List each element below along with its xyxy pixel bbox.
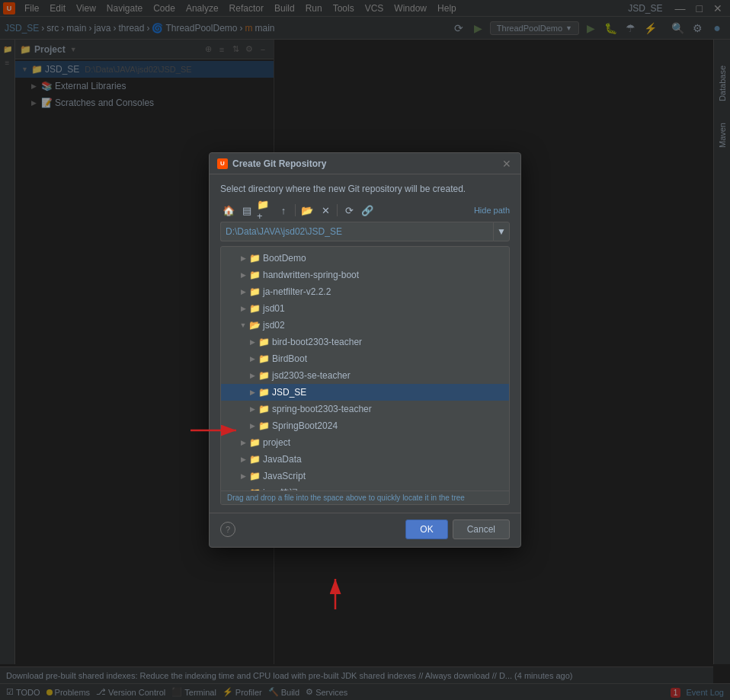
chevron-right-icon: ▶	[239, 254, 247, 262]
folder-icon: 📁	[258, 353, 270, 364]
toolbar-link-button[interactable]: 🔗	[359, 202, 376, 219]
ft-item-jsd01[interactable]: ▶ 📁 jsd01	[221, 300, 509, 317]
ft-item-bird-boot[interactable]: ▶ 📁 bird-boot2303-teacher	[221, 334, 509, 350]
path-input-row: ▼	[220, 222, 510, 241]
toolbar-folderup-button[interactable]: ↑	[275, 202, 292, 219]
ft-item-label: JSD_SE	[272, 387, 306, 398]
drag-hint: Drag and drop a file into the space abov…	[221, 491, 509, 504]
chevron-right-icon: ▶	[248, 388, 256, 396]
dialog-subtitle: Select directory where the new Git repos…	[220, 184, 510, 194]
folder-icon: 📁	[258, 404, 270, 414]
ft-item-label: jsd01	[263, 303, 285, 314]
ft-item-handwritten[interactable]: ▶ 📁 handwritten-spring-boot	[221, 267, 509, 283]
chevron-right-icon: ▶	[239, 455, 247, 463]
folder-icon: 📁	[258, 370, 270, 381]
chevron-right-icon: ▶	[248, 355, 256, 363]
ft-item-birdboot[interactable]: ▶ 📁 BirdBoot	[221, 350, 509, 367]
dialog-footer: ? OK Cancel	[210, 513, 520, 547]
ft-item-project[interactable]: ▶ 📁 project	[221, 434, 509, 451]
ft-item-jsd02[interactable]: ▼ 📂 jsd02	[221, 317, 509, 334]
toolbar-foldermove-button[interactable]: 📂	[299, 202, 315, 219]
dialog-title-bar: U Create Git Repository ✕	[210, 153, 520, 174]
folder-icon: 📁	[249, 253, 261, 264]
file-tree: ▶ 📁 BootDemo ▶ 📁 handwritten-spring-boot…	[220, 246, 510, 505]
ft-item-label: SpringBoot2024	[272, 420, 338, 431]
folder-icon: 📁	[249, 270, 261, 280]
folder-icon: 📁	[258, 387, 270, 398]
folder-icon: 📁	[258, 420, 270, 431]
dialog-close-button[interactable]: ✕	[501, 158, 513, 170]
chevron-right-icon: ▶	[239, 288, 247, 296]
toolbar-refresh-button[interactable]: ⟳	[341, 202, 357, 219]
chevron-right-icon: ▶	[239, 271, 247, 279]
toolbar-newfolder-button[interactable]: 📁+	[257, 202, 274, 219]
folder-icon: 📁	[258, 337, 270, 347]
ft-item-label: JavaData	[263, 454, 302, 465]
folder-icon: 📁	[249, 286, 261, 297]
cancel-button[interactable]: Cancel	[453, 519, 510, 539]
chevron-right-icon: ▶	[239, 305, 247, 312]
ft-item-label: BootDemo	[263, 253, 306, 264]
dialog-body: Select directory where the new Git repos…	[210, 174, 520, 513]
folder-open-icon: 📂	[249, 320, 261, 331]
chevron-right-icon: ▶	[239, 439, 247, 446]
dialog-logo-icon: U	[217, 158, 228, 169]
ft-item-jsd2303[interactable]: ▶ 📁 jsd2303-se-teacher	[221, 367, 509, 384]
ft-item-label: bird-boot2303-teacher	[272, 337, 362, 347]
toolbar-list-button[interactable]: ▤	[239, 202, 255, 219]
ft-item-javascript[interactable]: ▶ 📁 JavaScript	[221, 468, 509, 484]
ok-button[interactable]: OK	[405, 519, 447, 539]
chevron-down-icon: ▼	[239, 321, 247, 329]
chevron-right-icon: ▶	[239, 472, 247, 480]
chevron-right-icon: ▶	[248, 338, 256, 346]
ft-item-label: spring-boot2303-teacher	[272, 404, 372, 414]
chevron-right-icon: ▶	[248, 372, 256, 379]
chevron-right-icon: ▶	[248, 405, 256, 413]
create-git-repo-dialog: U Create Git Repository ✕ Select directo…	[209, 152, 521, 548]
ft-item-label: JavaScript	[263, 471, 306, 481]
folder-icon: 📁	[249, 454, 261, 465]
toolbar-separator1	[295, 204, 296, 216]
ft-item-label: project	[263, 437, 290, 448]
file-tree-inner: ▶ 📁 BootDemo ▶ 📁 handwritten-spring-boot…	[221, 247, 509, 504]
path-dropdown-button[interactable]: ▼	[493, 222, 510, 241]
dialog-title: Create Git Repository	[232, 158, 326, 169]
ft-item-javadata[interactable]: ▶ 📁 JavaData	[221, 451, 509, 468]
path-input[interactable]	[220, 222, 493, 241]
toolbar-home-button[interactable]: 🏠	[220, 202, 237, 219]
folder-icon: 📁	[249, 303, 261, 314]
ft-item-label: ja-netfilter-v2.2.2	[263, 286, 331, 297]
ft-item-janetfilter[interactable]: ▶ 📁 ja-netfilter-v2.2.2	[221, 283, 509, 300]
ft-item-bootdemo[interactable]: ▶ 📁 BootDemo	[221, 250, 509, 267]
folder-icon: 📁	[249, 437, 261, 448]
dialog-toolbar: 🏠 ▤ 📁+ ↑ 📂 ✕ ⟳ 🔗 Hide path	[220, 202, 510, 219]
toolbar-separator2	[337, 204, 338, 216]
ft-item-label: handwritten-spring-boot	[263, 270, 359, 280]
toolbar-delete-button[interactable]: ✕	[317, 202, 334, 219]
ft-item-label: jsd2303-se-teacher	[272, 370, 351, 381]
modal-overlay: U Create Git Repository ✕ Select directo…	[0, 0, 730, 700]
ft-item-label: jsd02	[263, 320, 285, 331]
ft-item-jsd-se[interactable]: ▶ 📁 JSD_SE	[221, 384, 509, 401]
annotation-arrow-2	[290, 571, 366, 617]
ft-item-spring-boot2303[interactable]: ▶ 📁 spring-boot2303-teacher	[221, 401, 509, 417]
ft-item-springboot2024[interactable]: ▶ 📁 SpringBoot2024	[221, 417, 509, 434]
ft-item-label: BirdBoot	[272, 353, 307, 364]
help-button[interactable]: ?	[220, 522, 235, 537]
chevron-right-icon: ▶	[248, 422, 256, 430]
hide-path-button[interactable]: Hide path	[474, 206, 510, 215]
folder-icon: 📁	[249, 471, 261, 481]
